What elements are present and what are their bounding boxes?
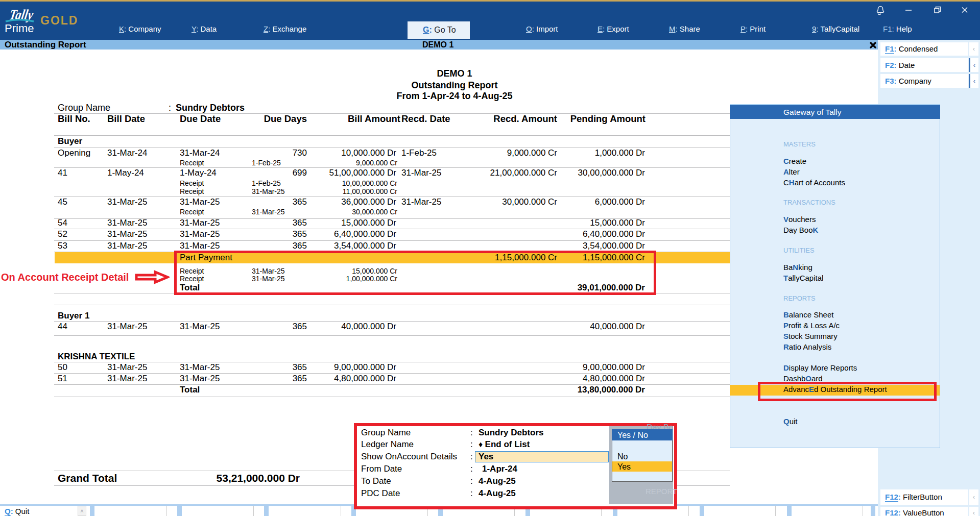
svg-text:GOLD: GOLD bbox=[40, 14, 78, 27]
svg-text:Prime: Prime bbox=[5, 22, 34, 35]
